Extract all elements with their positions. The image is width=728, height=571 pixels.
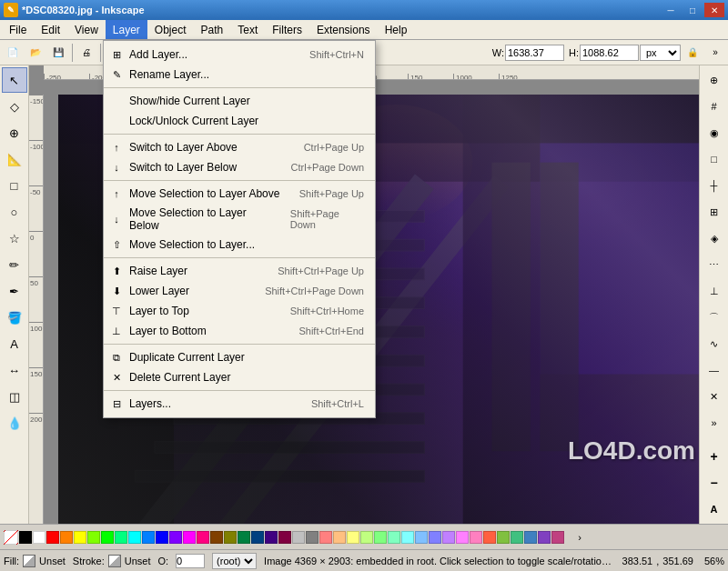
color-swatch[interactable] bbox=[33, 531, 46, 544]
color-swatch[interactable] bbox=[46, 531, 59, 544]
menu-edit[interactable]: Edit bbox=[34, 20, 67, 39]
new-button[interactable]: 📄 bbox=[2, 42, 24, 64]
gradient-tool[interactable]: ◫ bbox=[2, 384, 27, 409]
menu-help[interactable]: Help bbox=[378, 20, 415, 39]
connector-tool[interactable]: ↔ bbox=[2, 357, 27, 383]
color-swatch[interactable] bbox=[210, 531, 223, 544]
menu-extensions[interactable]: Extensions bbox=[309, 20, 378, 39]
right-more-button[interactable]: » bbox=[702, 410, 727, 436]
snap-tangent-button[interactable]: ⌒ bbox=[702, 305, 727, 330]
layer-select[interactable]: (root) bbox=[212, 553, 257, 569]
zoom-minus-button[interactable]: − bbox=[702, 470, 727, 496]
color-swatch[interactable] bbox=[442, 531, 455, 544]
maximize-button[interactable]: □ bbox=[682, 3, 703, 17]
menu-entry-show-hide[interactable]: Show/hide Current Layer bbox=[104, 91, 375, 111]
select-tool[interactable]: ↖ bbox=[2, 67, 27, 93]
rectangle-tool[interactable]: □ bbox=[2, 173, 27, 198]
save-button[interactable]: 💾 bbox=[47, 42, 69, 64]
snap-perp-button[interactable]: ⊥ bbox=[702, 278, 727, 304]
color-swatch[interactable] bbox=[169, 531, 182, 544]
color-swatch[interactable] bbox=[483, 531, 496, 544]
menu-entry-lower-layer[interactable]: ⬇Lower LayerShift+Ctrl+Page Down bbox=[104, 281, 375, 301]
menu-entry-layers-dialog[interactable]: ⊟Layers...Shift+Ctrl+L bbox=[104, 394, 375, 414]
menu-file[interactable]: File bbox=[2, 20, 34, 39]
menu-entry-rename-layer[interactable]: ✎Rename Layer... bbox=[104, 65, 375, 85]
color-swatch[interactable] bbox=[224, 531, 237, 544]
menu-text[interactable]: Text bbox=[230, 20, 265, 39]
text-tool-right[interactable]: A bbox=[702, 496, 727, 522]
menu-entry-duplicate-layer[interactable]: ⧉Duplicate Current Layer bbox=[104, 347, 375, 367]
menu-entry-layer-top[interactable]: ⊤Layer to TopShift+Ctrl+Home bbox=[104, 301, 375, 321]
snap-nodes-button[interactable]: ◉ bbox=[702, 120, 727, 145]
snap-intersection-button[interactable]: ✕ bbox=[702, 384, 727, 409]
opacity-input[interactable] bbox=[176, 554, 205, 568]
zoom-tool-left[interactable]: ⊕ bbox=[2, 120, 27, 145]
text-tool[interactable]: A bbox=[2, 331, 27, 356]
color-swatch[interactable] bbox=[87, 531, 100, 544]
node-tool[interactable]: ◇ bbox=[2, 94, 27, 119]
color-swatch[interactable] bbox=[142, 531, 155, 544]
menu-layer[interactable]: Layer bbox=[106, 20, 147, 39]
snap-path-button[interactable]: ⋯ bbox=[702, 252, 727, 277]
color-swatch[interactable] bbox=[238, 531, 250, 544]
color-swatch[interactable] bbox=[524, 531, 537, 544]
menu-entry-raise-layer[interactable]: ⬆Raise LayerShift+Ctrl+Page Up bbox=[104, 261, 375, 281]
measure-tool[interactable]: 📐 bbox=[2, 146, 27, 172]
more-button[interactable]: » bbox=[704, 42, 726, 64]
color-swatch[interactable] bbox=[551, 531, 564, 544]
menu-filters[interactable]: Filters bbox=[265, 20, 309, 39]
snap-button[interactable]: ⊕ bbox=[702, 67, 727, 93]
snap-object-button[interactable]: ◈ bbox=[702, 225, 727, 251]
color-swatch[interactable] bbox=[360, 531, 373, 544]
color-swatch[interactable] bbox=[388, 531, 400, 544]
snap-midpoint-button[interactable]: ┼ bbox=[702, 173, 727, 198]
color-swatch[interactable] bbox=[429, 531, 441, 544]
menu-path[interactable]: Path bbox=[194, 20, 231, 39]
snap-smooth-button[interactable]: ∿ bbox=[702, 331, 727, 356]
menu-entry-layer-bottom[interactable]: ⊥Layer to BottomShift+Ctrl+End bbox=[104, 321, 375, 341]
color-swatch[interactable] bbox=[265, 531, 278, 544]
print-button[interactable]: 🖨 bbox=[76, 42, 97, 64]
color-swatch[interactable] bbox=[19, 531, 32, 544]
snap-line-button[interactable]: — bbox=[702, 357, 727, 383]
menu-view[interactable]: View bbox=[67, 20, 106, 39]
path-tool[interactable]: ✏ bbox=[2, 252, 27, 277]
menu-object[interactable]: Object bbox=[147, 20, 194, 39]
menu-entry-lock-unlock[interactable]: Lock/Unlock Current Layer bbox=[104, 111, 375, 131]
width-input[interactable] bbox=[505, 45, 564, 61]
color-swatch[interactable] bbox=[60, 531, 73, 544]
height-input[interactable] bbox=[580, 45, 639, 61]
color-swatch[interactable] bbox=[415, 531, 428, 544]
color-swatch[interactable] bbox=[251, 531, 264, 544]
color-swatch[interactable] bbox=[374, 531, 387, 544]
snap-center-button[interactable]: ⊞ bbox=[702, 199, 727, 225]
menu-entry-switch-above[interactable]: ↑Switch to Layer AboveCtrl+Page Up bbox=[104, 137, 375, 157]
menu-entry-switch-below[interactable]: ↓Switch to Layer BelowCtrl+Page Down bbox=[104, 157, 375, 177]
color-swatch[interactable] bbox=[347, 531, 359, 544]
lock-aspect-button[interactable]: 🔒 bbox=[682, 42, 703, 64]
open-button[interactable]: 📂 bbox=[25, 42, 46, 64]
color-none[interactable] bbox=[4, 530, 18, 545]
color-swatch[interactable] bbox=[306, 531, 318, 544]
color-swatch[interactable] bbox=[183, 531, 196, 544]
star-tool[interactable]: ☆ bbox=[2, 225, 27, 251]
color-swatch[interactable] bbox=[333, 531, 346, 544]
color-swatch[interactable] bbox=[511, 531, 523, 544]
menu-entry-add-layer[interactable]: ⊞Add Layer...Shift+Ctrl+N bbox=[104, 45, 375, 65]
zoom-plus-button[interactable]: + bbox=[702, 444, 727, 469]
menu-entry-move-to[interactable]: ⇧Move Selection to Layer... bbox=[104, 235, 375, 255]
calligraphy-tool[interactable]: ✒ bbox=[2, 278, 27, 304]
unit-select[interactable]: px mm cm in bbox=[640, 45, 681, 61]
color-swatch[interactable] bbox=[319, 531, 332, 544]
color-swatch[interactable] bbox=[74, 531, 86, 544]
snap-grid-button[interactable]: # bbox=[702, 94, 727, 119]
menu-entry-move-above[interactable]: ↑Move Selection to Layer AboveShift+Page… bbox=[104, 184, 375, 204]
ellipse-tool[interactable]: ○ bbox=[2, 199, 27, 225]
color-swatch[interactable] bbox=[497, 531, 510, 544]
minimize-button[interactable]: ─ bbox=[661, 3, 681, 17]
color-swatch[interactable] bbox=[156, 531, 168, 544]
color-swatch[interactable] bbox=[115, 531, 127, 544]
color-swatch[interactable] bbox=[278, 531, 291, 544]
color-swatch[interactable] bbox=[292, 531, 305, 544]
close-button[interactable]: ✕ bbox=[704, 3, 724, 17]
